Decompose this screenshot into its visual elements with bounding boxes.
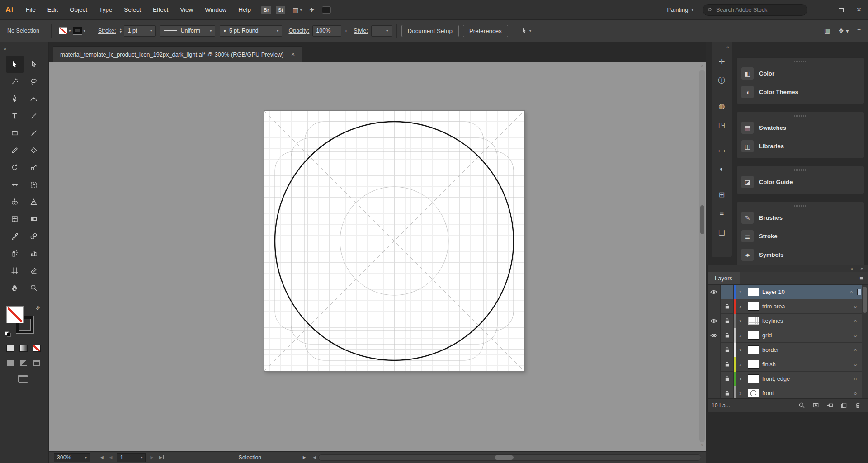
- layer-name[interactable]: grid: [762, 332, 849, 339]
- layer-row[interactable]: › trim area ○: [708, 299, 868, 314]
- scroll-up-icon[interactable]: ∧: [700, 63, 703, 70]
- fill-swatch[interactable]: [59, 27, 67, 34]
- scroll-left-icon[interactable]: ◀: [313, 455, 316, 460]
- fill-indicator[interactable]: [6, 306, 24, 323]
- expand-arrow-icon[interactable]: ›: [736, 288, 745, 295]
- vertical-scrollbar[interactable]: ∧ ∨: [699, 63, 705, 449]
- expand-arrow-icon[interactable]: ›: [736, 346, 745, 353]
- panel-grip[interactable]: [794, 115, 807, 117]
- brush-definition-dropdown[interactable]: ● 5 pt. Round ▾: [220, 25, 282, 37]
- layer-row[interactable]: › border ○: [708, 343, 868, 357]
- selection-tool[interactable]: [6, 56, 24, 73]
- slice-tool[interactable]: [25, 262, 42, 279]
- transform-panel-icon[interactable]: ⊞: [712, 185, 732, 204]
- layer-name[interactable]: finish: [762, 361, 849, 368]
- layers-scroll-thumb[interactable]: [863, 287, 867, 313]
- document-tab[interactable]: material_template_ic_product_icon_192px_…: [53, 46, 302, 62]
- lock-toggle[interactable]: [721, 299, 734, 314]
- target-circle-icon[interactable]: ○: [849, 362, 861, 367]
- previous-artboard-button[interactable]: ◀: [106, 455, 115, 460]
- target-circle-icon[interactable]: ○: [849, 318, 861, 324]
- layers-close-button[interactable]: ✕: [860, 266, 864, 271]
- layers-tab[interactable]: Layers: [708, 272, 740, 284]
- gpu-performance-icon[interactable]: ✈: [309, 6, 315, 14]
- target-circle-icon[interactable]: ○: [849, 391, 861, 396]
- arrange-documents-button[interactable]: ▦ ▾: [292, 6, 302, 14]
- layer-name[interactable]: trim area: [762, 303, 849, 310]
- make-clipping-mask-button[interactable]: [809, 402, 823, 409]
- status-options-icon[interactable]: ▶: [303, 455, 307, 460]
- expand-arrow-icon[interactable]: ›: [736, 303, 745, 310]
- menubar-menu-item[interactable]: Effect: [147, 0, 174, 19]
- pathfinder-panel-icon[interactable]: ❏: [712, 223, 732, 242]
- lock-toggle[interactable]: [721, 314, 734, 328]
- preferences-button[interactable]: Preferences: [463, 25, 508, 37]
- expand-arrow-icon[interactable]: ›: [736, 317, 745, 324]
- search-input[interactable]: [716, 7, 802, 13]
- gradient-panel-icon[interactable]: ◐: [712, 160, 732, 179]
- close-button[interactable]: ✕: [850, 0, 868, 20]
- layers-panel-menu-icon[interactable]: ≡: [855, 275, 868, 282]
- layer-row[interactable]: › Layer 10 ○: [708, 285, 868, 299]
- dock-panel-tab[interactable]: ◧ Color: [737, 64, 864, 83]
- dock-options-button[interactable]: ❖ ▾: [838, 27, 849, 34]
- align-panel-icon[interactable]: ≡: [712, 204, 732, 223]
- horizontal-scroll-track[interactable]: [318, 454, 701, 461]
- layer-row[interactable]: › grid ○: [708, 328, 868, 343]
- lock-toggle[interactable]: [721, 285, 734, 299]
- artboard-tool[interactable]: [6, 262, 24, 279]
- visibility-toggle[interactable]: [708, 386, 721, 399]
- opacity-label[interactable]: Opacity:: [288, 28, 309, 34]
- dock-panel-tab[interactable]: ◖ Color Themes: [737, 83, 864, 101]
- shaper-tool[interactable]: [6, 142, 24, 159]
- rotate-tool[interactable]: [6, 159, 24, 176]
- adjustments-panel-icon[interactable]: ✛: [712, 52, 732, 71]
- stroke-weight-label[interactable]: Stroke:: [98, 28, 116, 34]
- menubar-menu-item[interactable]: Edit: [42, 0, 64, 19]
- direct-selection-tool[interactable]: [25, 56, 42, 73]
- new-sublayer-button[interactable]: [823, 402, 837, 409]
- menubar-menu-item[interactable]: Type: [93, 0, 118, 19]
- new-layer-button[interactable]: [837, 402, 851, 409]
- lock-toggle[interactable]: [721, 372, 734, 386]
- hand-tool[interactable]: [6, 279, 24, 296]
- rectangle-tool[interactable]: [6, 124, 24, 142]
- eraser-tool[interactable]: [25, 142, 42, 159]
- control-panel-menu-icon[interactable]: ≡: [857, 27, 861, 34]
- gradient-button[interactable]: [19, 345, 28, 352]
- layer-name[interactable]: keylines: [762, 317, 849, 324]
- info-panel-icon[interactable]: ⓘ: [712, 71, 732, 90]
- line-segment-tool[interactable]: [25, 107, 42, 124]
- layer-row[interactable]: › keylines ○: [708, 314, 868, 328]
- color-button[interactable]: [6, 345, 14, 352]
- mesh-tool[interactable]: [6, 210, 24, 227]
- expand-arrow-icon[interactable]: ›: [736, 332, 745, 339]
- lock-toggle[interactable]: [721, 343, 734, 357]
- visibility-toggle[interactable]: [708, 314, 721, 328]
- visibility-toggle[interactable]: [708, 343, 721, 357]
- visibility-toggle[interactable]: [708, 372, 721, 386]
- menubar-menu-item[interactable]: Window: [199, 0, 232, 19]
- width-tool[interactable]: [6, 176, 24, 193]
- panel-grip[interactable]: [794, 169, 807, 171]
- lock-toggle[interactable]: [721, 357, 734, 372]
- stroke-swatch[interactable]: [73, 27, 82, 34]
- scroll-down-icon[interactable]: ∨: [700, 442, 703, 449]
- panel-grip[interactable]: [794, 61, 807, 62]
- restore-button[interactable]: [832, 0, 850, 20]
- zoom-tool[interactable]: [25, 279, 42, 296]
- touch-workspace-icon[interactable]: [322, 6, 331, 14]
- dock-panel-tab[interactable]: ▦ Swatches: [737, 118, 864, 137]
- dock-panel-tab[interactable]: ♣ Symbols: [737, 246, 864, 264]
- layer-row[interactable]: › front ○: [708, 386, 868, 398]
- gradient-tool[interactable]: [25, 210, 42, 227]
- layer-name[interactable]: front: [762, 390, 849, 397]
- step-down-icon[interactable]: ▼: [119, 31, 123, 33]
- layer-row[interactable]: › finish ○: [708, 357, 868, 372]
- perspective-grid-tool[interactable]: [25, 193, 42, 210]
- layer-name[interactable]: front, edge: [762, 375, 849, 382]
- bridge-button[interactable]: Br: [261, 6, 271, 14]
- appearance-panel-icon[interactable]: ◍: [712, 96, 732, 115]
- opacity-field[interactable]: 100%: [312, 25, 341, 37]
- visibility-toggle[interactable]: [708, 357, 721, 372]
